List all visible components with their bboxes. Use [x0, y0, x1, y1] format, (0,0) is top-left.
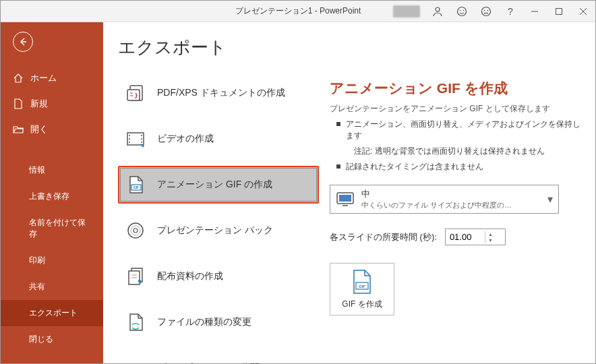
- spin-down[interactable]: ▼: [485, 237, 496, 243]
- video-icon: [126, 129, 145, 148]
- account-avatar[interactable]: [393, 5, 420, 18]
- svg-point-20: [141, 142, 142, 143]
- export-stream[interactable]: Microsoft Stream に公開: [118, 349, 319, 364]
- detail-subtitle: プレゼンテーションをアニメーション GIF として保存します: [330, 103, 582, 115]
- maximize-button[interactable]: [547, 1, 571, 22]
- sidebar-new[interactable]: 新規: [1, 91, 103, 117]
- svg-point-19: [141, 138, 142, 140]
- svg-point-6: [487, 9, 489, 11]
- sidebar-export[interactable]: エクスポート: [1, 300, 103, 326]
- home-icon: [13, 73, 24, 84]
- help-icon[interactable]: ?: [498, 1, 523, 22]
- svg-text:GIF: GIF: [359, 284, 365, 289]
- export-pdfxps[interactable]: PDF/XPS ドキュメントの作成: [118, 74, 319, 112]
- create-gif-button[interactable]: GIF GIF を作成: [330, 263, 394, 315]
- svg-point-15: [129, 135, 130, 136]
- gif-file-icon: GIF: [351, 269, 374, 295]
- export-gif[interactable]: GIF アニメーション GIF の作成: [118, 166, 319, 204]
- export-package[interactable]: プレゼンテーション パック: [118, 212, 319, 249]
- export-gif-label: アニメーション GIF の作成: [157, 179, 272, 191]
- quality-dropdown[interactable]: 中 中くらいのファイル サイズおよび中程度の… ▾: [330, 185, 559, 214]
- svg-point-17: [129, 142, 130, 143]
- svg-rect-8: [556, 8, 562, 14]
- chevron-down-icon: ▾: [547, 193, 553, 206]
- bullet-2: 記録されたタイミングは含まれません: [346, 161, 483, 173]
- svg-point-2: [460, 9, 461, 11]
- sidebar-close[interactable]: 閉じる: [1, 326, 103, 353]
- export-video[interactable]: ビデオの作成: [118, 120, 319, 158]
- svg-rect-31: [339, 195, 351, 202]
- svg-point-16: [129, 138, 130, 140]
- close-button[interactable]: [571, 1, 595, 22]
- sidebar-open-label: 開く: [30, 123, 48, 135]
- titlebar: プレゼンテーション1 - PowerPoint ?: [1, 1, 595, 22]
- svg-point-24: [133, 229, 138, 233]
- svg-point-0: [436, 7, 440, 11]
- back-button[interactable]: [13, 32, 33, 52]
- sidebar-home-label: ホーム: [30, 72, 57, 84]
- svg-point-25: [131, 226, 140, 235]
- time-label: 各スライドの所要時間 (秒):: [330, 231, 437, 243]
- sidebar-share[interactable]: 共有: [1, 274, 103, 300]
- detail-title: アニメーション GIF を作成: [330, 79, 582, 98]
- sidebar-home[interactable]: ホーム: [1, 65, 103, 91]
- open-icon: [13, 124, 24, 135]
- pdf-icon: [126, 84, 145, 102]
- frown-icon[interactable]: [474, 1, 498, 22]
- bullet-1: アニメーション、画面切り替え、メディアおよびインクを保持します: [346, 119, 582, 142]
- svg-point-18: [141, 135, 142, 136]
- svg-rect-13: [127, 90, 140, 100]
- svg-point-4: [482, 7, 491, 16]
- export-handout-label: 配布資料の作成: [157, 270, 223, 282]
- sidebar-print[interactable]: 印刷: [1, 247, 103, 274]
- sidebar-saveas[interactable]: 名前を付けて保存: [1, 210, 103, 247]
- account-icon[interactable]: [425, 1, 450, 22]
- smile-icon[interactable]: [450, 1, 474, 22]
- monitor-icon: [336, 191, 355, 208]
- export-package-label: プレゼンテーション パック: [157, 224, 273, 237]
- svg-point-5: [484, 9, 485, 11]
- page-title: エクスポート: [118, 36, 319, 59]
- detail-panel: アニメーション GIF を作成 プレゼンテーションをアニメーション GIF とし…: [326, 22, 595, 363]
- create-gif-label: GIF を作成: [342, 299, 382, 310]
- new-icon: [13, 98, 24, 109]
- svg-point-3: [463, 9, 465, 11]
- export-pdfxps-label: PDF/XPS ドキュメントの作成: [157, 87, 285, 99]
- dropdown-description: 中くらいのファイル サイズおよび中程度の…: [361, 200, 547, 210]
- backstage-sidebar: ホーム 新規 開く 情報 上書き保存 名前を付けて保存 印刷 共有 エクスポート…: [1, 22, 103, 363]
- time-spinner[interactable]: ▲ ▼: [445, 229, 506, 245]
- export-filetype-label: ファイルの種類の変更: [157, 316, 251, 328]
- svg-point-1: [458, 7, 467, 16]
- bullet-icon: [336, 122, 340, 126]
- export-video-label: ビデオの作成: [157, 133, 214, 145]
- window-title: プレゼンテーション1 - PowerPoint: [235, 5, 361, 17]
- sidebar-open[interactable]: 開く: [1, 117, 103, 142]
- svg-point-23: [128, 223, 143, 238]
- minimize-button[interactable]: [523, 1, 547, 22]
- svg-text:GIF: GIF: [133, 185, 139, 189]
- stream-icon: [126, 359, 145, 364]
- export-handout[interactable]: 配布資料の作成: [118, 257, 319, 295]
- spin-up[interactable]: ▲: [485, 231, 496, 237]
- export-filetype[interactable]: ファイルの種類の変更: [118, 303, 319, 341]
- sidebar-save[interactable]: 上書き保存: [1, 183, 103, 210]
- sidebar-new-label: 新規: [30, 98, 48, 110]
- gif-icon: GIF: [126, 175, 145, 194]
- detail-note: 注記: 透明な背景では画面切り替えは保持されません: [354, 146, 582, 157]
- handout-icon: [126, 267, 145, 286]
- sidebar-info[interactable]: 情報: [1, 157, 103, 183]
- package-icon: [126, 221, 145, 240]
- filetype-icon: [126, 313, 145, 332]
- dropdown-value: 中: [361, 188, 547, 200]
- bullet-icon: [336, 164, 340, 169]
- time-input[interactable]: [446, 229, 485, 245]
